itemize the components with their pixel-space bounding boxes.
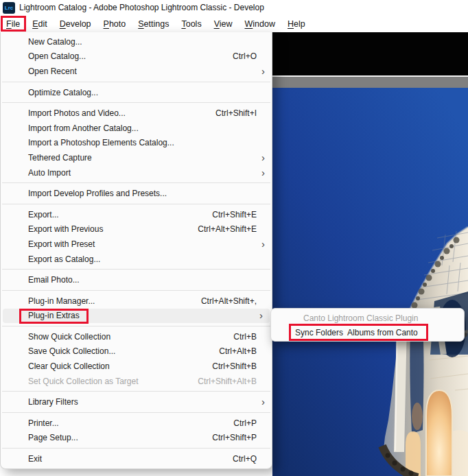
menu-item-page-setup[interactable]: Page Setup...Ctrl+Shift+P [1,431,272,446]
lightroom-app-icon: Lrc [3,2,15,14]
menu-item-label: Optimize Catalog... [28,88,98,97]
menu-item-import-a-photoshop-elements-catalog[interactable]: Import a Photoshop Elements Catalog... [1,136,272,151]
menu-item-open-catalog[interactable]: Open Catalog...Ctrl+O [1,49,272,64]
menu-separator [2,290,270,291]
menu-item-save-quick-collection[interactable]: Save Quick Collection...Ctrl+Alt+B [1,344,272,359]
menu-item-tethered-capture[interactable]: Tethered Capture› [1,150,272,165]
menubar-item-edit[interactable]: Edit [26,16,54,32]
filmstrip-edge [0,469,272,476]
menu-item-import-develop-profiles-and-presets[interactable]: Import Develop Profiles and Presets... [1,186,272,201]
file-menu-panel: New Catalog...Open Catalog...Ctrl+OOpen … [0,32,272,469]
menu-item-shortcut: Ctrl+Shift+I [215,108,272,118]
submenu-arrow-icon: › [259,310,263,320]
menu-item-set-quick-collection-as-target: Set Quick Collection as TargetCtrl+Shift… [1,374,272,389]
menubar-item-help[interactable]: Help [281,16,312,32]
menu-item-shortcut: Ctrl+B [233,332,272,342]
submenu-arrow-icon: › [261,152,265,163]
menu-item-label: Tethered Capture [28,153,92,163]
menu-item-export[interactable]: Export...Ctrl+Shift+E [1,207,272,222]
menu-item-label: Page Setup... [28,433,78,442]
menu-item-open-recent[interactable]: Open Recent› [1,64,272,79]
menubar-item-tools[interactable]: Tools [175,16,207,32]
menu-item-printer[interactable]: Printer...Ctrl+P [1,416,272,431]
menu-item-label: Set Quick Collection as Target [28,377,139,386]
menu-item-email-photo[interactable]: Email Photo... [1,272,272,287]
canto-submenu-panel: Canto Lightroom Classic PluginSync Folde… [270,308,465,342]
menu-item-shortcut: Ctrl+Shift+B [212,361,272,371]
menu-item-label: Import a Photoshop Elements Catalog... [28,138,174,147]
menu-item-shortcut: Ctrl+O [233,51,272,61]
menu-item-clear-quick-collection[interactable]: Clear Quick CollectionCtrl+Shift+B [1,359,272,374]
menubar-item-view[interactable]: View [208,16,239,32]
menu-item-shortcut: Ctrl+P [233,418,272,428]
menubar-item-window[interactable]: Window [239,16,281,32]
menu-item-export-with-preset[interactable]: Export with Preset› [1,237,272,252]
menu-item-label: Library Filters [28,397,78,407]
menu-item-shortcut: Ctrl+Shift+P [212,433,272,442]
menubar-item-settings[interactable]: Settings [132,16,175,32]
menu-item-label: Import Develop Profiles and Presets... [28,189,167,198]
submenu-arrow-icon: › [261,167,265,177]
menu-item-label: Import from Another Catalog... [28,123,139,133]
menu-separator [2,102,270,103]
menubar-item-photo[interactable]: Photo [97,16,132,32]
menu-item-label: Plug-in Extras [28,311,80,320]
menu-item-label: Save Quick Collection... [28,346,115,356]
menu-separator [2,269,270,270]
menu-item-shortcut: Ctrl+Alt+Shift+, [201,296,272,306]
menu-item-new-catalog[interactable]: New Catalog... [1,34,272,49]
menu-item-shortcut: Ctrl+Shift+E [212,210,272,219]
menu-separator [2,412,270,413]
menu-item-label: Export with Preset [28,239,95,249]
menu-separator [2,82,270,82]
menu-item-label: Printer... [28,418,59,428]
menu-bar: FileEditDevelopPhotoSettingsToolsViewWin… [0,16,468,32]
menu-item-import-photos-and-video[interactable]: Import Photos and Video...Ctrl+Shift+I [1,106,272,121]
menu-item-label: New Catalog... [28,37,82,47]
menu-item-label: Export as Catalog... [28,254,100,264]
menubar-item-file[interactable]: File [0,16,26,32]
menu-item-label: Open Catalog... [28,51,86,61]
submenu-arrow-icon: › [261,239,265,249]
menu-item-optimize-catalog[interactable]: Optimize Catalog... [1,85,272,100]
menu-item-shortcut: Ctrl+Alt+B [219,346,272,356]
menu-item-label: Plug-in Manager... [28,296,95,306]
menu-item-shortcut: Ctrl+Q [233,454,272,464]
photo-colosseum [272,32,468,476]
menu-item-plug-in-manager[interactable]: Plug-in Manager...Ctrl+Alt+Shift+, [1,294,272,309]
menu-separator [2,182,270,183]
menubar-item-develop[interactable]: Develop [54,16,97,32]
menu-separator [2,204,270,204]
menu-item-import-from-another-catalog[interactable]: Import from Another Catalog... [1,121,272,136]
menu-item-label: Auto Import [28,168,71,178]
menu-item-auto-import[interactable]: Auto Import› [1,165,272,180]
menu-item-export-with-previous[interactable]: Export with PreviousCtrl+Alt+Shift+E [1,222,272,237]
menu-item-label: Clear Quick Collection [28,361,110,371]
menu-item-export-as-catalog[interactable]: Export as Catalog... [1,252,272,267]
menu-item-label: Show Quick Collection [28,332,110,342]
menu-item-show-quick-collection[interactable]: Show Quick CollectionCtrl+B [1,329,272,344]
menu-item-label: Import Photos and Video... [28,108,126,118]
menu-item-plug-in-extras[interactable]: Plug-in Extras› [3,309,270,324]
menu-item-label: Exit [28,454,42,464]
menu-item-shortcut: Ctrl+Alt+Shift+E [198,224,272,234]
menu-item-library-filters[interactable]: Library Filters› [1,394,272,409]
menu-separator [2,326,270,326]
submenu-arrow-icon: › [261,396,265,407]
menu-item-label: Email Photo... [28,275,80,285]
menu-item-exit[interactable]: ExitCtrl+Q [1,451,272,466]
menu-item-shortcut: Ctrl+Shift+Alt+B [198,377,272,386]
menu-separator [2,391,270,392]
menu-item-label: Export with Previous [28,224,103,234]
submenu-arrow-icon: › [261,66,265,76]
menu-item-label: Open Recent [28,67,77,76]
menu-separator [2,448,270,449]
window-title: Lightroom Catalog - Adobe Photoshop Ligh… [19,3,264,12]
submenu-item-sync-folders-albums-from-canto[interactable]: Sync Folders Albums from Canto [271,326,464,341]
menu-item-label: Export... [28,210,59,219]
title-bar: Lrc Lightroom Catalog - Adobe Photoshop … [0,0,468,16]
submenu-item-canto-lightroom-classic-plugin: Canto Lightroom Classic Plugin [271,311,464,326]
